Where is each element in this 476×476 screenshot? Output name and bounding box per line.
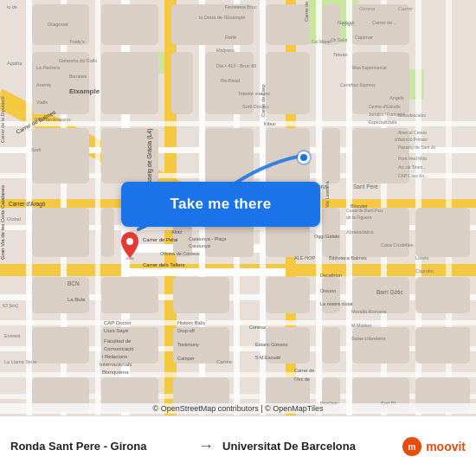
svg-text:BCN: BCN: [68, 280, 80, 286]
svg-text:Reñé: Reñé: [225, 35, 236, 40]
svg-rect-42: [171, 52, 193, 114]
moovit-logo: m moovit: [402, 436, 466, 457]
svg-text:La Llama Store: La Llama Store: [4, 359, 36, 364]
svg-text:la Dreta de l'Eixample: la Dreta de l'Eixample: [199, 15, 245, 20]
svg-rect-67: [32, 327, 89, 363]
svg-text:Comunicació: Comunicació: [104, 346, 134, 351]
svg-rect-66: [415, 277, 470, 313]
svg-text:Oficina de Correos: Oficina de Correos: [160, 251, 200, 256]
svg-text:Maa Supermercat: Maa Supermercat: [352, 65, 387, 70]
svg-text:io de: io de: [7, 4, 17, 10]
take-me-there-button[interactable]: Take me there: [121, 182, 320, 227]
svg-text:Catalunya - Plaça: Catalunya - Plaça: [189, 236, 227, 241]
svg-text:Trady's: Trady's: [69, 39, 85, 44]
svg-rect-53: [101, 208, 114, 257]
map-attribution: © OpenStreetMap contributors | © OpenMap…: [0, 403, 476, 414]
svg-text:Punt Verd Mòb: Punt Verd Mòb: [398, 156, 427, 161]
svg-text:Carrer dels Tallers: Carrer dels Tallers: [143, 262, 185, 267]
svg-text:Carrer de Bailèn: Carrer de Bailèn: [304, 0, 309, 22]
moovit-icon: m: [402, 436, 422, 457]
svg-text:Agatha: Agatha: [7, 61, 23, 66]
svg-point-183: [126, 238, 133, 245]
svg-text:Internacionals: Internacionals: [100, 362, 132, 367]
svg-text:Cal Manel: Cal Manel: [312, 39, 331, 44]
svg-text:Muralla Romana: Muralla Romana: [351, 309, 387, 314]
svg-text:Gelateria da Gallo: Gelateria da Gallo: [59, 58, 97, 63]
svg-text:Oggi Gelato: Oggi Gelato: [314, 234, 339, 239]
svg-text:La Bola: La Bola: [68, 297, 86, 302]
svg-text:Especialitzada: Especialitzada: [369, 119, 396, 125]
svg-text:d'Atenció Primàri: d'Atenció Primàri: [395, 137, 428, 142]
svg-text:Centre d'Estudis: Centre d'Estudis: [369, 104, 401, 109]
svg-text:Global: Global: [7, 216, 21, 222]
svg-text:Girona: Girona: [359, 6, 376, 11]
svg-rect-63: [266, 277, 310, 313]
svg-text:Base Benitosparcs: Base Benitosparcs: [35, 117, 71, 122]
svg-text:Testimony: Testimony: [177, 342, 199, 347]
svg-text:Arc de Triom...: Arc de Triom...: [398, 164, 427, 170]
svg-text:Decathlon: Decathlon: [320, 273, 342, 278]
svg-text:Biscuter: Biscuter: [351, 203, 368, 209]
svg-text:CAP Casc An...: CAP Casc An...: [398, 173, 428, 178]
svg-text:CAP Doctor: CAP Doctor: [104, 320, 132, 325]
svg-text:63 [bis]: 63 [bis]: [3, 303, 18, 308]
svg-text:Caprabo: Caprabo: [415, 268, 434, 273]
svg-text:Passeig de Sant Jo: Passeig de Sant Jo: [398, 145, 435, 150]
svg-text:Orouno: Orouno: [320, 288, 336, 293]
svg-text:Angels: Angels: [389, 95, 404, 100]
svg-text:Conesa: Conesa: [249, 325, 267, 330]
svg-rect-22: [26, 0, 32, 415]
svg-text:Carrer de Pelai: Carrer de Pelai: [143, 237, 177, 242]
svg-text:Ok Salut: Ok Salut: [331, 37, 348, 42]
svg-text:Gran Via de les Corts Catalane: Gran Via de les Corts Catalanes: [0, 185, 5, 260]
svg-rect-34: [101, 4, 158, 45]
svg-rect-50: [322, 128, 340, 183]
svg-text:Historic Baby: Historic Baby: [177, 320, 206, 325]
svg-text:de la Figuera: de la Figuera: [346, 215, 371, 220]
svg-rect-46: [32, 128, 89, 183]
svg-text:M Market: M Market: [351, 323, 371, 328]
svg-text:La Pedrera: La Pedrera: [36, 65, 61, 70]
svg-text:Altair: Altair: [171, 229, 183, 235]
svg-text:Facultad de: Facultad de: [104, 338, 132, 344]
svg-text:Blanquerna: Blanquerna: [102, 370, 129, 375]
origin-label: Ronda Sant Pere - Girona: [10, 440, 146, 453]
svg-text:Diagonal: Diagonal: [48, 22, 68, 27]
svg-text:Barrabes: Barrabes: [69, 74, 87, 79]
svg-text:Via Laietana: Via Laietana: [325, 181, 330, 208]
svg-text:Carrer de Casp: Carrer de Casp: [261, 84, 266, 117]
svg-text:Biblioteca Balmes: Biblioteca Balmes: [329, 255, 367, 261]
svg-text:Cajamar: Cajamar: [355, 35, 373, 40]
svg-text:Abrakadabra: Abrakadabra: [346, 229, 374, 235]
svg-text:l'Arc de: l'Arc de: [294, 376, 310, 382]
svg-text:Loreto: Loreto: [415, 255, 429, 261]
svg-text:Sant Pere: Sant Pere: [353, 183, 378, 190]
svg-text:Salas Llibreteria: Salas Llibreteria: [351, 336, 386, 341]
svg-text:Ferreteria Bruc: Ferreteria Bruc: [225, 4, 257, 10]
svg-rect-41: [101, 52, 158, 114]
svg-text:Eixample: Eixample: [69, 87, 100, 95]
svg-text:Carrer de: Carrer de: [294, 368, 314, 373]
svg-text:Casa Cordelles: Casa Cordelles: [381, 242, 414, 248]
svg-text:Gran...: Gran...: [342, 22, 357, 27]
svg-text:Aramis: Aramis: [36, 82, 51, 87]
bottom-bar: Ronda Sant Pere - Girona → Universitat D…: [0, 415, 476, 476]
svg-rect-64: [322, 277, 340, 313]
svg-text:Carrer: Carrer: [398, 6, 413, 11]
origin-section: Ronda Sant Pere - Girona: [10, 440, 190, 453]
svg-rect-65: [352, 277, 409, 313]
svg-text:Barri Gòtic: Barri Gòtic: [376, 289, 403, 295]
svg-text:Re-Read: Re-Read: [221, 78, 240, 83]
svg-text:Everest: Everest: [4, 333, 21, 338]
take-me-there-label: Take me there: [170, 196, 272, 213]
svg-text:Lluís Sayé: Lluís Sayé: [104, 328, 129, 333]
svg-rect-62: [173, 277, 229, 313]
svg-text:La nostra ciutat: La nostra ciutat: [320, 301, 353, 306]
svg-rect-73: [415, 327, 470, 363]
svg-rect-57: [322, 208, 340, 257]
svg-text:Kibuc: Kibuc: [264, 121, 276, 126]
svg-text:Vialis: Vialis: [36, 100, 48, 105]
svg-rect-71: [322, 327, 340, 363]
svg-text:5-M.Escudé: 5-M.Escudé: [255, 355, 280, 360]
destination-label: Universitat De Barcelona: [222, 440, 356, 453]
